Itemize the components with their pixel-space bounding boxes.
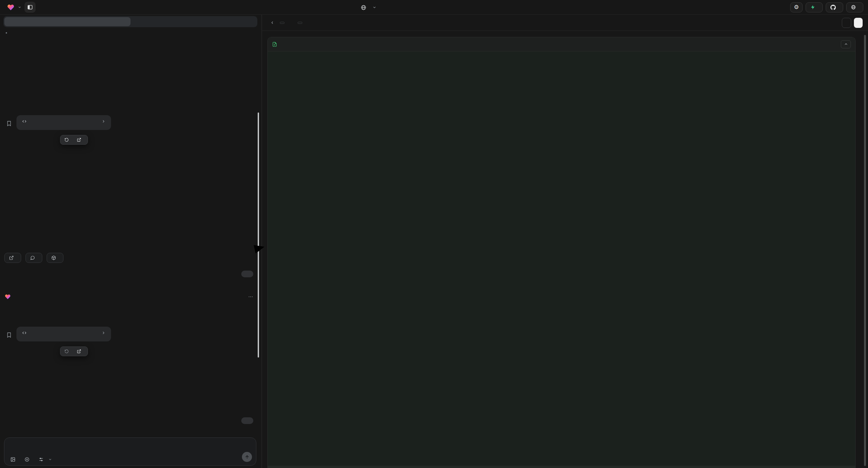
restore-button[interactable] [64, 138, 71, 142]
code-file-card [268, 37, 856, 468]
attach-button[interactable] [10, 457, 18, 462]
globe-icon [361, 5, 366, 10]
publish-button[interactable] [846, 2, 863, 12]
preview-button[interactable] [77, 138, 84, 142]
file-added-icon [272, 41, 277, 47]
lovable-logo-heart-icon[interactable] [7, 4, 15, 11]
raw-toggle-button[interactable] [842, 18, 851, 28]
project-name-button[interactable] [361, 0, 376, 15]
bookmark-icon[interactable] [6, 332, 12, 342]
prompt-input-box [4, 437, 256, 466]
visit-docs-button[interactable] [4, 253, 21, 263]
version-card[interactable] [17, 327, 111, 342]
horizontal-scrollbar[interactable] [268, 466, 855, 468]
collapse-file-button[interactable] [841, 40, 851, 48]
code-body [268, 51, 855, 468]
restore-preview-popover [60, 347, 88, 356]
explore-supabase-button[interactable] [26, 253, 42, 263]
chevron-down-icon [48, 458, 52, 461]
version-card-add-budget [6, 327, 111, 342]
chat-bubble-icon [30, 256, 35, 260]
restore-preview-popover [60, 135, 88, 145]
logo-chevron-down-icon[interactable] [18, 5, 22, 9]
code-scrollbar[interactable] [864, 35, 866, 466]
chevron-right-icon [101, 331, 106, 335]
chat-scroll-area [0, 27, 261, 468]
image-icon [10, 457, 16, 462]
code-viewer-header [262, 15, 868, 31]
gear-icon: ⚙ [794, 4, 799, 11]
sidebar-toggle-button[interactable] [25, 2, 36, 13]
version-card-implement [6, 115, 111, 130]
external-link-icon [9, 256, 14, 260]
restore-button[interactable] [64, 349, 71, 353]
supabase-bolt-icon [810, 5, 815, 10]
model-selector-button[interactable] [39, 457, 52, 462]
assistant-message-header [4, 294, 253, 300]
manage-knowledge-button[interactable] [46, 253, 63, 263]
diff-added-bar [277, 51, 278, 468]
project-chevron-down-icon [372, 5, 376, 9]
user-message-bubble [241, 271, 253, 277]
chevron-up-icon [844, 42, 848, 46]
file-header[interactable] [268, 37, 855, 51]
tab-chat[interactable] [4, 17, 130, 26]
settings-button[interactable]: ⚙ [790, 2, 803, 12]
top-bar: ⚙ [0, 0, 868, 15]
chevron-right-icon [101, 119, 106, 123]
lovable-app: ⚙ [0, 0, 868, 468]
lovable-heart-icon [4, 294, 11, 300]
chevron-left-icon [270, 21, 275, 25]
arrow-up-icon [245, 455, 250, 460]
code-icon [22, 119, 27, 124]
github-icon [830, 5, 836, 10]
sliders-icon [39, 457, 43, 462]
chat-panel [0, 15, 261, 468]
code-viewer-panel [262, 15, 868, 468]
code-icon [22, 330, 27, 335]
diff-toggle-button[interactable] [854, 18, 863, 28]
chat-scrollbar[interactable] [258, 113, 259, 357]
ask-lovable-input[interactable] [10, 442, 236, 452]
more-options-icon[interactable] [248, 294, 253, 299]
g-key-badge [298, 22, 302, 24]
send-button[interactable] [242, 452, 252, 462]
github-button[interactable] [826, 2, 843, 12]
package-icon [51, 256, 56, 260]
tab-history[interactable] [130, 17, 257, 26]
view-on-github-button[interactable] [294, 22, 302, 24]
version-card[interactable] [17, 115, 111, 130]
suggestion-button-row [4, 253, 63, 263]
circle-dot-icon [25, 457, 30, 462]
preview-button[interactable] [77, 349, 84, 353]
user-message-bubble [241, 417, 253, 424]
bookmark-icon[interactable] [6, 120, 12, 130]
chat-history-tabs [3, 16, 257, 27]
publish-globe-icon [851, 5, 856, 10]
esc-key-badge [280, 22, 284, 24]
supabase-button[interactable] [806, 2, 823, 12]
edit-button[interactable] [25, 457, 32, 462]
exit-button[interactable] [270, 21, 284, 25]
